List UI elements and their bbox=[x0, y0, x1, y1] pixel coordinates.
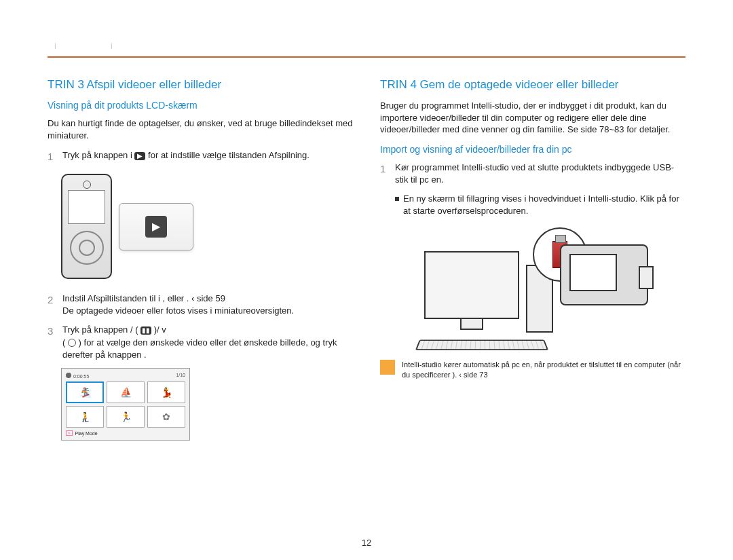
thumbnail-preview: 0:00:55 1/10 🏂 ⛵ 💃 🧎 🏃 ✿ = Play Mode bbox=[61, 368, 190, 441]
step-number: 1 bbox=[48, 149, 57, 164]
device-pad bbox=[70, 231, 104, 265]
page-number: 12 bbox=[0, 538, 733, 548]
thumb-tag: = bbox=[66, 430, 73, 436]
step3-intro: Du kan hurtigt finde de optagelser, du ø… bbox=[48, 117, 353, 141]
list-item: 1 Kør programmet Intelli-studio ved at s… bbox=[380, 162, 685, 186]
pause-icon: ▮▮ bbox=[140, 326, 151, 335]
left-column: TRIN 3 Afspil videoer eller billeder Vis… bbox=[48, 78, 353, 441]
text-fragment: Kør programmet Intelli-studio ved at slu… bbox=[395, 162, 685, 186]
button-callout: ▶ bbox=[119, 203, 193, 250]
text-fragment: Indstil Afspiltilstanden til i , eller .… bbox=[62, 293, 225, 303]
thumb-cell: 🏂 bbox=[66, 381, 104, 403]
joystick-icon bbox=[68, 339, 76, 347]
step-number: 2 bbox=[48, 293, 57, 317]
device-screen bbox=[68, 190, 105, 224]
sub-bullet-row: En ny skærm til fillagring vises i hoved… bbox=[395, 193, 685, 217]
list-item: 2 Indstil Afspiltilstanden til i , eller… bbox=[48, 293, 353, 317]
step3-title: TRIN 3 Afspil videoer eller billeder bbox=[48, 78, 353, 92]
note-text: Intelli-studio kører automatisk på pc en… bbox=[402, 360, 685, 380]
text-fragment: for at indstille vælge tilstanden Afspil… bbox=[148, 150, 309, 160]
step4-title: TRIN 4 Gem de optagede videoer eller bil… bbox=[380, 78, 685, 92]
text-fragment: En ny skærm til fillagring vises i hoved… bbox=[403, 193, 685, 217]
text-fragment: ( bbox=[135, 324, 140, 335]
thumb-cell: ⛵ bbox=[107, 381, 145, 403]
right-column: TRIN 4 Gem de optagede videoer eller bil… bbox=[380, 78, 685, 441]
text-fragment: )/ bbox=[154, 324, 162, 335]
bullet-icon bbox=[395, 197, 399, 201]
playback-icon: ▶ bbox=[134, 152, 145, 160]
header-tab: i bbox=[54, 41, 56, 51]
camcorder-icon bbox=[560, 244, 648, 305]
step-number: 3 bbox=[48, 324, 57, 361]
thumb-cell: 🏃 bbox=[107, 406, 145, 428]
play-button-icon: ▶ bbox=[145, 216, 167, 238]
step3-subtitle: Visning på dit produkts LCD-skærm bbox=[48, 100, 353, 111]
thumb-count: 1/10 bbox=[176, 373, 185, 379]
keyboard-icon bbox=[415, 340, 548, 350]
text-fragment: ) for at vælge den ønskede video eller d… bbox=[62, 337, 337, 360]
text-fragment: De optagede videoer eller fotos vises i … bbox=[62, 305, 294, 316]
text-fragment: ( bbox=[62, 337, 68, 348]
thumb-time: 0:00:55 bbox=[73, 374, 89, 379]
monitor-icon bbox=[424, 251, 519, 319]
manual-page: i i TRIN 3 Afspil videoer eller billeder… bbox=[0, 0, 733, 461]
rec-dot-icon bbox=[66, 373, 71, 378]
header-rule bbox=[48, 56, 685, 58]
step4-subtitle: Import og visning af videoer/billeder fr… bbox=[380, 144, 685, 155]
header-tab: i bbox=[111, 41, 113, 51]
step4-intro: Bruger du programmet Intelli-studio, der… bbox=[380, 100, 685, 136]
text-fragment: v bbox=[162, 324, 166, 335]
step-number: 1 bbox=[380, 162, 390, 186]
info-note: Intelli-studio kører automatisk på pc en… bbox=[380, 360, 685, 380]
pc-connection-illustration bbox=[417, 224, 648, 353]
text-fragment: Tryk på knappen bbox=[62, 150, 130, 160]
header-tabs: i i bbox=[48, 41, 685, 51]
camcorder-lcd bbox=[569, 254, 617, 291]
note-icon bbox=[380, 360, 395, 375]
list-item: 1 Tryk på knappen i ▶ for at indstille v… bbox=[48, 149, 353, 164]
text-fragment: Tryk på knappen bbox=[62, 324, 130, 335]
device-illustration: ▶ bbox=[61, 174, 353, 279]
device-body bbox=[61, 174, 112, 279]
thumb-cell: 🧎 bbox=[66, 406, 104, 428]
thumb-footer-label: Play Mode bbox=[75, 431, 98, 436]
thumb-cell: 💃 bbox=[147, 381, 185, 403]
thumb-cell: ✿ bbox=[147, 406, 185, 428]
list-item: 3 Tryk på knappen / ( ▮▮ )/ v ( ) for at… bbox=[48, 324, 353, 361]
